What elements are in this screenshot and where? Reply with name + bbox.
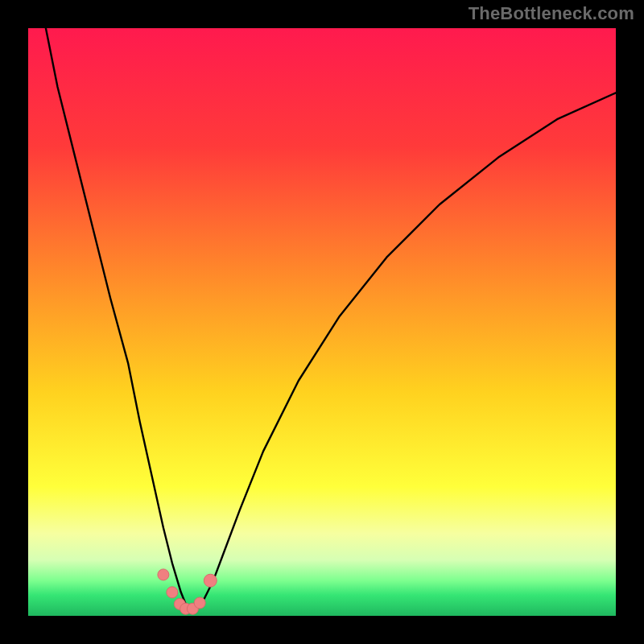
curve-marker — [167, 587, 178, 598]
curve-marker — [194, 597, 205, 609]
curve-marker — [204, 574, 217, 587]
chart-container: TheBottleneck.com — [0, 0, 644, 644]
bottleneck-curve-chart — [0, 0, 644, 644]
curve-marker — [158, 569, 169, 580]
watermark-label: TheBottleneck.com — [469, 3, 634, 24]
